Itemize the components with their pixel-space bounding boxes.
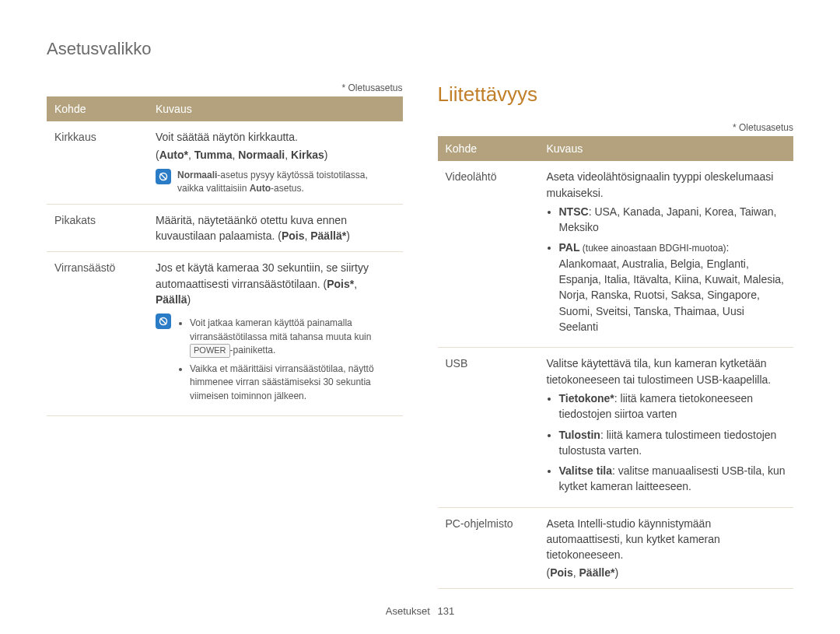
options: (Auto*, Tumma, Normaali, Kirkas) (156, 147, 395, 163)
list-item: Voit jatkaa kameran käyttöä painamalla v… (190, 317, 395, 358)
text: Aseta videolähtösignaalin tyyppi oleskel… (547, 169, 786, 201)
note-text: Normaali-asetus pysyy käytössä toistotil… (177, 169, 395, 196)
table-row: USB Valitse käytettävä tila, kun kameran… (438, 348, 794, 507)
text: Aseta Intelli-studio käynnistymään autom… (547, 516, 786, 563)
text: Voit säätää näytön kirkkautta. (156, 129, 395, 145)
col-header-kohde: Kohde (438, 136, 539, 161)
right-column: Liitettävyys * Oletusasetus Kohde Kuvaus… (438, 82, 794, 589)
list-item: NTSC: USA, Kanada, Japani, Korea, Taiwan… (559, 204, 786, 236)
col-header-kuvaus: Kuvaus (539, 136, 794, 161)
footer: Asetukset 131 (0, 605, 840, 617)
row-desc-videolahto: Aseta videolähtösignaalin tyyppi oleskel… (539, 161, 794, 348)
footer-label: Asetukset (386, 605, 430, 617)
row-key-kirkkaus: Kirkkaus (47, 121, 148, 204)
row-desc-pcohj: Aseta Intelli-studio käynnistymään autom… (539, 507, 794, 588)
row-desc-kirkkaus: Voit säätää näytön kirkkautta. (Auto*, T… (148, 121, 403, 204)
text: Valitse käytettävä tila, kun kameran kyt… (547, 356, 786, 387)
default-note-left: * Oletusasetus (47, 82, 403, 93)
list-item: Tietokone*: liitä kamera tietokoneeseen … (559, 391, 786, 422)
row-key-videolahto: Videolähtö (438, 161, 539, 348)
list-item: PAL (tukee ainoastaan BDGHI-muotoa): Ala… (559, 240, 786, 335)
note-icon (156, 169, 171, 184)
col-header-kohde: Kohde (47, 96, 148, 121)
power-key: POWER (190, 344, 230, 358)
right-table: Kohde Kuvaus Videolähtö Aseta videolähtö… (438, 136, 794, 589)
table-row: Videolähtö Aseta videolähtösignaalin tyy… (438, 161, 794, 348)
row-key-pikakats: Pikakats (47, 204, 148, 252)
table-row: PC-ohjelmisto Aseta Intelli-studio käynn… (438, 507, 794, 588)
note-icon (156, 313, 171, 329)
note-text: Voit jatkaa kameran käyttöä painamalla v… (177, 313, 395, 408)
row-desc-usb: Valitse käytettävä tila, kun kameran kyt… (539, 348, 794, 507)
table-row: Kirkkaus Voit säätää näytön kirkkautta. … (47, 121, 403, 204)
list-item: Tulostin: liitä kamera tulostimeen tiedo… (559, 427, 786, 459)
table-row: Virransäästö Jos et käytä kameraa 30 sek… (47, 252, 403, 416)
left-table: Kohde Kuvaus Kirkkaus Voit säätää näytön… (47, 96, 403, 416)
default-note-right: * Oletusasetus (438, 122, 794, 133)
row-desc-pikakats: Määritä, näytetäänkö otettu kuva ennen k… (148, 204, 403, 252)
page-title: Asetusvalikko (47, 39, 793, 59)
row-key-virransaasto: Virransäästö (47, 252, 148, 416)
row-key-usb: USB (438, 348, 539, 507)
section-heading: Liitettävyys (438, 82, 794, 107)
row-key-pcohj: PC-ohjelmisto (438, 507, 539, 588)
list-item: Valitse tila: valitse manuaalisesti USB-… (559, 463, 786, 495)
col-header-kuvaus: Kuvaus (148, 96, 403, 121)
page-number: 131 (438, 605, 455, 617)
table-row: Pikakats Määritä, näytetäänkö otettu kuv… (47, 204, 403, 252)
row-desc-virransaasto: Jos et käytä kameraa 30 sekuntiin, se si… (148, 252, 403, 416)
list-item: Vaikka et määrittäisi virransäästötilaa,… (190, 363, 395, 403)
left-column: * Oletusasetus Kohde Kuvaus Kirkkaus Voi… (47, 82, 403, 589)
